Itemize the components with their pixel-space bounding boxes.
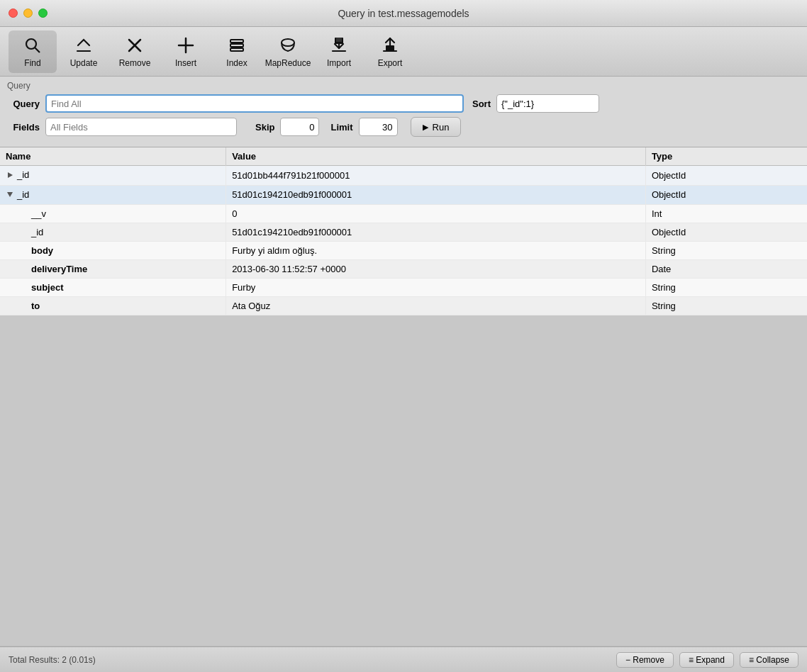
svg-rect-7 <box>230 40 243 43</box>
svg-marker-14 <box>7 192 13 197</box>
table-row: deliveryTime2013-06-30 11:52:57 +0000Dat… <box>0 260 807 279</box>
table-cell-name: subject <box>0 279 226 297</box>
table-cell-type: ObjectId <box>645 223 807 242</box>
minimize-button[interactable] <box>23 9 33 18</box>
query-input[interactable] <box>45 94 464 113</box>
table-cell-value: Furby yi aldım oğluş. <box>226 242 646 260</box>
table-cell-type: String <box>645 242 807 260</box>
window-title: Query in test.messagemodels <box>338 8 469 19</box>
fields-row: Fields Skip Limit ▶ Run <box>7 117 800 137</box>
run-button[interactable]: ▶ Run <box>411 117 462 137</box>
svg-rect-8 <box>230 44 243 47</box>
fields-label: Fields <box>7 122 40 133</box>
find-button[interactable]: Find <box>9 30 57 73</box>
import-button[interactable]: Import <box>315 30 363 73</box>
table-row: subjectFurbyString <box>0 279 807 297</box>
col-header-name: Name <box>0 147 226 166</box>
svg-rect-9 <box>230 48 243 51</box>
svg-rect-12 <box>386 45 394 52</box>
status-expand-button[interactable]: ≡ Expand <box>679 652 734 668</box>
table-cell-type: String <box>645 297 807 315</box>
limit-input[interactable] <box>359 118 398 136</box>
results-table: Name Value Type _id 51d01bb444f791b21f00… <box>0 147 807 315</box>
query-row: Query Sort <box>7 94 800 113</box>
query-section: Query Query Sort Fields Skip Limit ▶ Run <box>0 77 807 147</box>
svg-marker-13 <box>8 172 13 178</box>
main-content: Query Query Sort Fields Skip Limit ▶ Run… <box>0 77 807 672</box>
remove-icon <box>125 35 145 55</box>
window-controls <box>9 9 48 18</box>
table-row: bodyFurby yi aldım oğluş.String <box>0 242 807 260</box>
table-cell-type: Date <box>645 260 807 279</box>
svg-point-10 <box>282 39 294 46</box>
results-table-container: Name Value Type _id 51d01bb444f791b21f00… <box>0 147 807 646</box>
export-button[interactable]: Export <box>366 30 414 73</box>
table-row: _id 51d01c194210edb91f000001ObjectId <box>0 185 807 205</box>
col-header-type: Type <box>645 147 807 166</box>
table-cell-name: _id <box>0 223 226 242</box>
maximize-button[interactable] <box>38 9 48 18</box>
update-icon <box>74 35 94 55</box>
update-button[interactable]: Update <box>60 30 108 73</box>
limit-label: Limit <box>330 122 352 133</box>
table-cell-type: ObjectId <box>645 166 807 186</box>
query-label: Query <box>7 99 40 109</box>
col-header-value: Value <box>226 147 646 166</box>
table-cell-name: __v <box>0 205 226 223</box>
title-bar: Query in test.messagemodels <box>0 0 807 27</box>
index-button[interactable]: Index <box>213 30 261 73</box>
skip-input[interactable] <box>280 118 319 136</box>
table-row: _id 51d01bb444f791b21f000001ObjectId <box>0 166 807 186</box>
table-cell-type: String <box>645 279 807 297</box>
table-cell-name: body <box>0 242 226 260</box>
status-actions: − Remove ≡ Expand ≡ Collapse <box>616 652 798 668</box>
mapreduce-button[interactable]: MapReduce <box>264 30 312 73</box>
find-icon <box>23 35 43 55</box>
table-cell-value: 2013-06-30 11:52:57 +0000 <box>226 260 646 279</box>
table-cell-value: 51d01c194210edb91f000001 <box>226 185 646 205</box>
table-cell-name: deliveryTime <box>0 260 226 279</box>
status-bar: Total Results: 2 (0.01s) − Remove ≡ Expa… <box>0 646 807 672</box>
table-header-row: Name Value Type <box>0 147 807 166</box>
import-icon <box>329 35 349 55</box>
fields-input[interactable] <box>45 118 237 136</box>
svg-point-0 <box>26 39 36 49</box>
table-cell-name: to <box>0 297 226 315</box>
table-cell-value: 0 <box>226 205 646 223</box>
svg-line-1 <box>35 47 40 52</box>
table-cell-value: 51d01bb444f791b21f000001 <box>226 166 646 186</box>
index-icon <box>227 35 247 55</box>
insert-button[interactable]: Insert <box>162 30 210 73</box>
export-icon <box>380 35 400 55</box>
sort-input[interactable] <box>496 94 599 113</box>
table-cell-name: _id <box>0 185 226 205</box>
table-row: _id51d01c194210edb91f000001ObjectId <box>0 223 807 242</box>
run-play-icon: ▶ <box>423 123 428 132</box>
expand-right-icon[interactable] <box>6 171 14 179</box>
skip-label: Skip <box>255 122 274 133</box>
insert-icon <box>176 35 196 55</box>
run-label: Run <box>433 122 450 133</box>
table-cell-type: ObjectId <box>645 185 807 205</box>
close-button[interactable] <box>9 9 18 18</box>
status-text: Total Results: 2 (0.01s) <box>9 655 96 665</box>
table-cell-name: _id <box>0 166 226 186</box>
table-cell-value: Ata Oğuz <box>226 297 646 315</box>
toolbar: Find Update Remove Insert Index <box>0 27 807 77</box>
status-remove-button[interactable]: − Remove <box>616 652 674 668</box>
mapreduce-icon <box>278 35 298 55</box>
table-cell-type: Int <box>645 205 807 223</box>
table-row: __v0Int <box>0 205 807 223</box>
query-section-title: Query <box>7 81 800 91</box>
remove-button[interactable]: Remove <box>111 30 159 73</box>
expand-down-icon[interactable] <box>6 190 14 198</box>
table-cell-value: 51d01c194210edb91f000001 <box>226 223 646 242</box>
sort-label: Sort <box>472 99 491 109</box>
table-cell-value: Furby <box>226 279 646 297</box>
status-collapse-button[interactable]: ≡ Collapse <box>740 652 798 668</box>
table-row: toAta OğuzString <box>0 297 807 315</box>
